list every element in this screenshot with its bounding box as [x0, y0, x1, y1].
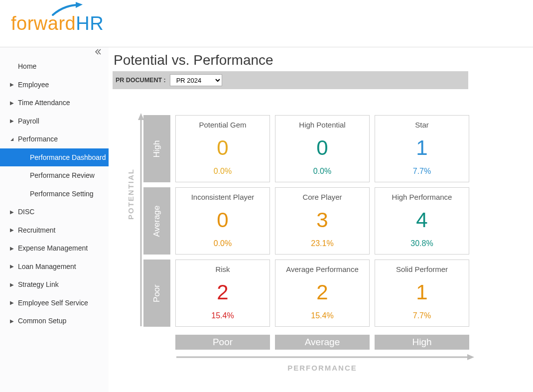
sidebar-item-employee-self-service[interactable]: ▶Employee Self Service: [0, 294, 109, 312]
cell-title: Potential Gem: [199, 121, 246, 129]
ninebox-cell-inconsistent-player[interactable]: Inconsistent Player00.0%: [175, 187, 270, 255]
sidebar-item-home[interactable]: Home: [0, 57, 109, 76]
sidebar-item-common-setup[interactable]: ▶Common Setup: [0, 312, 109, 330]
caret-icon: ▶: [9, 318, 15, 324]
caret-icon: ▶: [9, 300, 15, 305]
caret-icon: ▶: [9, 100, 15, 106]
y-category-average: Average: [143, 187, 170, 255]
cell-title: Star: [415, 121, 429, 129]
caret-icon: ▶: [9, 82, 15, 87]
svg-marker-0: [76, 2, 83, 8]
caret-icon: ▶: [9, 246, 15, 251]
cell-percent: 7.7%: [413, 311, 431, 320]
cell-percent: 23.1%: [311, 239, 333, 248]
caret-icon: ▶: [9, 227, 15, 233]
x-axis-label: PERFORMANCE: [175, 364, 469, 372]
ninebox-cell-risk[interactable]: Risk215.4%: [175, 260, 270, 327]
filter-bar: PR DOCUMENT : PR 2024: [113, 71, 468, 89]
cell-title: High Performance: [392, 193, 452, 201]
sidebar-item-label: Performance Dashboard: [30, 153, 106, 161]
cell-percent: 0.0%: [214, 167, 232, 176]
nine-box-chart: POTENTIAL HighAveragePoor Potential Gem0…: [127, 115, 472, 372]
sidebar-item-expense-management[interactable]: ▶Expense Management: [0, 239, 109, 258]
sidebar-item-label: Payroll: [18, 117, 39, 125]
collapse-sidebar-icon[interactable]: [95, 48, 102, 57]
cell-count: 1: [416, 282, 427, 303]
logo-bar: forward HR: [0, 0, 533, 47]
sidebar-item-performance-review[interactable]: Performance Review: [0, 166, 109, 185]
svg-marker-4: [467, 354, 474, 360]
sidebar-item-disc[interactable]: ▶DISC: [0, 203, 109, 221]
cell-title: Average Performance: [286, 265, 359, 273]
sidebar-item-performance-dashboard[interactable]: Performance Dashboard: [0, 148, 109, 167]
cell-count: 2: [217, 282, 228, 303]
x-category-poor: Poor: [175, 335, 270, 350]
cell-percent: 15.4%: [311, 311, 333, 320]
sidebar-item-recruitment[interactable]: ▶Recruitment: [0, 221, 109, 240]
y-category-high: High: [143, 115, 170, 182]
caret-icon: ▶: [9, 209, 15, 215]
cell-percent: 0.0%: [313, 167, 331, 176]
sidebar-item-time-attendance[interactable]: ▶Time Attendance: [0, 94, 109, 112]
caret-icon: ▶: [9, 282, 15, 287]
cell-percent: 30.8%: [410, 239, 433, 248]
cell-percent: 15.4%: [211, 311, 234, 320]
ninebox-cell-core-player[interactable]: Core Player323.1%: [275, 187, 370, 255]
sidebar-item-label: Recruitment: [18, 226, 55, 234]
caret-icon: ▶: [9, 263, 15, 269]
cell-title: High Potential: [299, 121, 345, 129]
sidebar-item-strategy-link[interactable]: ▶Strategy Link: [0, 275, 109, 294]
cell-percent: 0.0%: [214, 239, 232, 248]
caret-icon: ◢: [9, 137, 15, 141]
sidebar-item-label: Performance Setting: [30, 190, 94, 198]
sidebar-item-employee[interactable]: ▶Employee: [0, 76, 109, 94]
x-category-high: High: [375, 335, 469, 350]
sidebar-item-label: Common Setup: [18, 317, 66, 325]
ninebox-cell-potential-gem[interactable]: Potential Gem00.0%: [175, 115, 270, 182]
cell-title: Solid Performer: [396, 265, 448, 273]
pr-document-label: PR DOCUMENT :: [116, 77, 166, 84]
sidebar-item-label: Loan Management: [18, 262, 76, 270]
caret-icon: ▶: [9, 118, 15, 124]
sidebar-item-performance-setting[interactable]: Performance Setting: [0, 185, 109, 203]
sidebar-item-label: Employee Self Service: [18, 299, 88, 307]
cell-count: 2: [316, 282, 328, 303]
ninebox-cell-high-performance[interactable]: High Performance430.8%: [375, 187, 469, 255]
cell-percent: 7.7%: [413, 167, 431, 176]
pr-document-select[interactable]: PR 2024: [170, 74, 222, 86]
cell-count: 4: [416, 210, 427, 231]
y-category-poor: Poor: [143, 260, 170, 327]
x-axis-arrow-icon: [175, 354, 474, 363]
page-title: Potential vs. Performance: [113, 47, 533, 71]
x-category-average: Average: [275, 335, 370, 350]
cell-title: Core Player: [302, 193, 342, 201]
ninebox-cell-average-performance[interactable]: Average Performance215.4%: [275, 260, 370, 327]
ninebox-cell-star[interactable]: Star17.7%: [375, 115, 469, 182]
cell-title: Inconsistent Player: [191, 193, 255, 201]
ninebox-cell-solid-performer[interactable]: Solid Performer17.7%: [375, 260, 469, 327]
cell-count: 0: [217, 210, 228, 231]
app-logo: forward HR: [11, 13, 104, 34]
sidebar-item-label: Expense Management: [18, 244, 88, 252]
sidebar-item-label: Performance Review: [30, 171, 95, 179]
cell-count: 0: [217, 137, 228, 158]
sidebar-item-label: Strategy Link: [18, 280, 59, 288]
logo-arrow-icon: [52, 2, 83, 17]
y-axis-label: POTENTIAL: [127, 168, 135, 220]
sidebar-item-label: Performance: [18, 135, 58, 143]
sidebar-item-label: Home: [18, 62, 36, 70]
main-content: Potential vs. Performance PR DOCUMENT : …: [109, 47, 533, 392]
sidebar: Home▶Employee▶Time Attendance▶Payroll◢Pe…: [0, 47, 109, 392]
cell-count: 1: [416, 137, 427, 158]
sidebar-item-label: Employee: [18, 81, 49, 89]
sidebar-item-label: DISC: [18, 208, 34, 216]
sidebar-item-loan-management[interactable]: ▶Loan Management: [0, 258, 109, 276]
cell-count: 0: [316, 137, 328, 158]
cell-title: Risk: [215, 265, 230, 273]
sidebar-item-label: Time Attendance: [18, 99, 70, 107]
cell-count: 3: [316, 210, 328, 231]
sidebar-item-performance[interactable]: ◢Performance: [0, 130, 109, 148]
sidebar-item-payroll[interactable]: ▶Payroll: [0, 112, 109, 131]
ninebox-cell-high-potential[interactable]: High Potential00.0%: [275, 115, 370, 182]
